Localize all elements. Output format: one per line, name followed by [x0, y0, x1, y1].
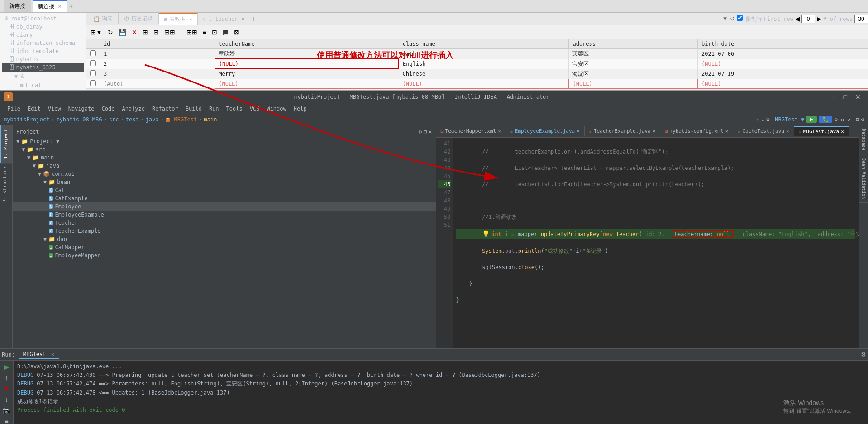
tab-close2[interactable]: ✕	[577, 128, 580, 134]
tree-teacher[interactable]: C Teacher	[13, 219, 436, 227]
tb-btn4[interactable]: ✕	[130, 28, 139, 37]
right-tab-db[interactable]: Database	[859, 125, 868, 154]
tab-mybatis-config-xml[interactable]: ⊞ mybatis-config.xml ✕	[660, 126, 733, 136]
menu-code[interactable]: Code	[98, 105, 119, 113]
menu-vcs[interactable]: VCS	[246, 105, 263, 113]
run-cam-btn[interactable]: 📷	[2, 406, 11, 415]
new-query-btn[interactable]: +	[252, 15, 256, 23]
close-btn[interactable]: ✕	[852, 93, 864, 101]
jdbc-template-item[interactable]: 🗄 jdbc_template	[2, 47, 84, 55]
filter-btn[interactable]: ▼	[722, 15, 728, 22]
new-tab-plus[interactable]: +	[69, 2, 73, 10]
next-row-btn[interactable]: ▶	[817, 15, 821, 22]
tb-btn11[interactable]: ▦	[221, 28, 230, 37]
row1-cb[interactable]	[90, 50, 96, 56]
tree-teacherexample[interactable]: C TeacherExample	[13, 227, 436, 235]
tb-btn7[interactable]: ⊟⊞	[162, 28, 177, 37]
run-settings-btn[interactable]: ⚙	[861, 351, 866, 358]
tree-dao[interactable]: ▼ 📁 dao	[13, 235, 436, 243]
tree-employeeexample[interactable]: C EmployeeExample	[13, 211, 436, 219]
code-editor[interactable]: // teacherExample.or().andAddressEqualTo…	[453, 138, 859, 348]
first-row-input[interactable]	[801, 15, 815, 23]
limit-checkbox[interactable]	[737, 15, 743, 21]
tab-teachermapper-xml[interactable]: ⊞ TeacherMapper.xml ✕	[436, 126, 506, 136]
db-connection-tab-new1[interactable]: 新连接	[4, 0, 31, 12]
minimize-btn[interactable]: ─	[827, 93, 839, 101]
menu-edit[interactable]: Edit	[24, 105, 44, 113]
mybatis-item[interactable]: 🗄 mybatis	[2, 55, 84, 63]
tb-btn5[interactable]: ⊞	[141, 28, 150, 37]
run-play-btn[interactable]: ▶	[3, 362, 10, 371]
tree-employee[interactable]: C Employee	[13, 202, 436, 211]
t-cat-item[interactable]: ▦ t_cat	[2, 81, 84, 89]
menu-tools[interactable]: Tools	[223, 105, 246, 113]
tab-close1[interactable]: ✕	[498, 128, 501, 134]
bc-main[interactable]: main	[204, 116, 217, 123]
tree-main[interactable]: ▼ 📁 main	[13, 154, 436, 162]
menu-window[interactable]: Window	[263, 105, 290, 113]
run-up-btn[interactable]: ↑	[4, 373, 9, 382]
mybatis0325-item[interactable]: 🗄 mybatis_0325	[2, 63, 84, 72]
menu-refactor[interactable]: Refactor	[148, 105, 182, 113]
tree-expand-icon[interactable]: ⊟	[424, 129, 427, 135]
bc-java[interactable]: java	[146, 116, 159, 123]
menu-view[interactable]: View	[44, 105, 65, 113]
info-schema-item[interactable]: 🗄 information_schema	[2, 39, 84, 47]
tabledata-close[interactable]: ✕	[189, 17, 192, 22]
run-down-btn[interactable]: ↓	[4, 395, 9, 404]
tree-src[interactable]: ▼ 📁 src	[13, 145, 436, 154]
tab-close4[interactable]: ✕	[725, 128, 729, 134]
tree-catmapper[interactable]: I CatMapper	[13, 243, 436, 251]
run-button[interactable]: ▶	[806, 116, 817, 123]
diary-item[interactable]: 🗄 diary	[2, 31, 84, 39]
db-tab-tabledata[interactable]: ⊞ 表数据 ✕	[159, 13, 198, 25]
rownew-cb[interactable]	[90, 80, 96, 86]
tb-btn9[interactable]: ≡	[201, 28, 208, 37]
run-stop-btn[interactable]: ■	[4, 384, 9, 393]
table-row[interactable]: 1 章欣婷 math 芙蓉区 2021-07-06	[86, 49, 868, 59]
bc-project[interactable]: mybatisProject	[4, 116, 49, 123]
rows-input[interactable]	[854, 15, 868, 23]
tree-employeemapper[interactable]: I EmployeeMapper	[13, 251, 436, 260]
menu-navigate[interactable]: Navigate	[65, 105, 98, 113]
tables-folder[interactable]: ▼ 表	[2, 72, 84, 81]
menu-run[interactable]: Run	[205, 105, 223, 113]
tree-com-xu1[interactable]: ▼ 📦 com.xu1	[13, 170, 436, 178]
db-tab-query[interactable]: 📋 询问	[88, 13, 119, 24]
tab-close3[interactable]: ✕	[653, 128, 656, 134]
menu-file[interactable]: File	[4, 105, 24, 113]
menu-build[interactable]: Build	[182, 105, 205, 113]
db-diray-item[interactable]: 🗄 db_diray	[2, 23, 84, 31]
refresh-btn[interactable]: ↺	[730, 15, 735, 22]
tree-java[interactable]: ▼ 📁 java	[13, 162, 436, 170]
maximize-btn[interactable]: □	[840, 93, 851, 101]
db-connection-tab-new2[interactable]: 新连接 ✕	[33, 0, 67, 12]
tab-employeeexample-java[interactable]: ☕ EmployeeExample.java ✕	[506, 126, 585, 136]
tb-btn2[interactable]: ↻	[106, 28, 115, 37]
row3-cb[interactable]	[90, 70, 96, 76]
tb-btn3[interactable]: 💾	[117, 28, 128, 37]
db-tab-history[interactable]: ⏱ 历史记录	[119, 13, 159, 24]
tree-bean[interactable]: ▼ 📁 bean	[13, 178, 436, 186]
menu-analyze[interactable]: Analyze	[118, 105, 148, 113]
bc-src[interactable]: src	[109, 116, 119, 123]
tb-btn8[interactable]: ⊞⊞	[185, 28, 199, 37]
menu-help[interactable]: Help	[290, 105, 310, 113]
tab-mbgtest-java[interactable]: ☕ MBGTest.java ✕	[794, 126, 849, 136]
tab-close5[interactable]: ✕	[786, 128, 789, 134]
bc-mbgtest[interactable]: C MBGTest	[166, 116, 197, 123]
tree-close-icon[interactable]: ✕	[429, 129, 432, 135]
project-sidebar-tab[interactable]: 1: Project	[0, 125, 12, 163]
bc-test[interactable]: test	[126, 116, 139, 123]
tab-cachetest-java[interactable]: ☕ CacheTest.java ✕	[733, 126, 794, 136]
tab-teacherexample-java[interactable]: ☕ TeacherExample.java ✕	[585, 126, 661, 136]
structure-sidebar-tab[interactable]: 2: Structure	[0, 163, 12, 206]
tb-btn6[interactable]: ⊟	[152, 28, 161, 37]
tb-btn1[interactable]: ⊞▼	[89, 28, 104, 37]
prev-row-btn[interactable]: ◀	[795, 15, 800, 22]
table-row-new[interactable]: (Auto) (NULL) (NULL) (NULL) (NULL)	[86, 79, 868, 88]
run-tab-close[interactable]: ✕	[51, 351, 54, 357]
db-tab-close[interactable]: ✕	[58, 4, 62, 9]
right-tab-bean[interactable]: Bean Validation	[859, 154, 868, 203]
tab-close6[interactable]: ✕	[841, 129, 844, 135]
